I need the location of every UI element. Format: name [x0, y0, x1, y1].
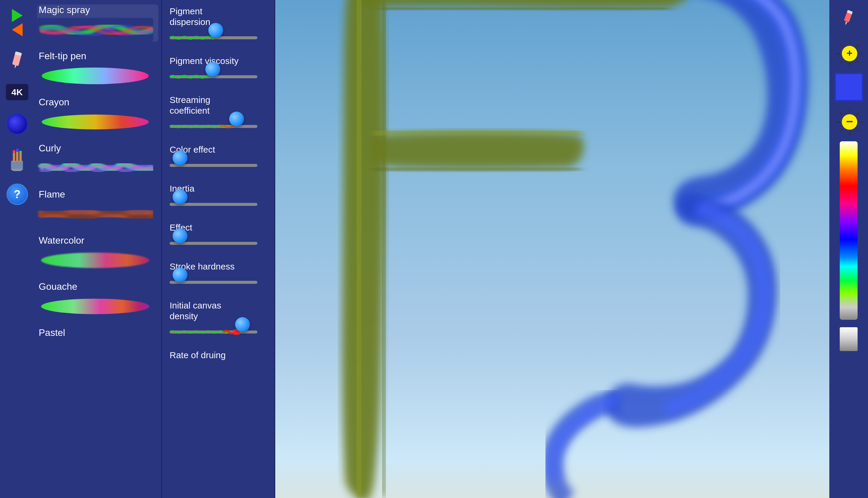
- brush-item-watercolor[interactable]: Watercolor: [37, 235, 158, 272]
- slider-thumb-initial-canvas-density[interactable]: [235, 317, 250, 332]
- brush-name-flame: Flame: [37, 189, 158, 200]
- canvas-area[interactable]: [275, 0, 829, 498]
- svg-rect-8: [13, 150, 15, 153]
- svg-rect-5: [13, 152, 15, 162]
- setting-color-effect: Color effect: [170, 144, 267, 173]
- brush-preview-gouache: [37, 294, 153, 318]
- brush-item-magic-spray[interactable]: Magic spray: [37, 4, 158, 42]
- brush-name-felt-tip-pen: Felt-tip pen: [37, 51, 158, 62]
- settings-panel: Pigment dispersion Pigment viscosity Str…: [162, 0, 275, 498]
- svg-rect-9: [16, 149, 18, 152]
- color-picker-strip[interactable]: [840, 141, 858, 320]
- svg-line-34: [856, 44, 859, 47]
- brush-item-curly[interactable]: Curly: [37, 143, 158, 180]
- k4-button[interactable]: 4K: [6, 84, 28, 100]
- brush-name-watercolor: Watercolor: [37, 235, 158, 246]
- brightness-minus-button[interactable]: −: [835, 107, 863, 135]
- slider-thumb-effect[interactable]: [172, 228, 187, 243]
- brush-item-crayon[interactable]: Crayon: [37, 97, 158, 134]
- brush-preview-magic-spray: [37, 18, 153, 42]
- svg-rect-4: [11, 161, 23, 169]
- brush-preview-curly: [37, 156, 153, 180]
- svg-point-11: [42, 67, 149, 84]
- slider-thumb-pigment-viscosity[interactable]: [205, 62, 220, 77]
- setting-effect: Effect: [170, 222, 267, 251]
- svg-rect-6: [16, 150, 18, 161]
- brush-preview-flame: [37, 202, 153, 226]
- right-toolbar: + −: [829, 0, 868, 498]
- brush-item-felt-tip-pen[interactable]: Felt-tip pen: [37, 51, 158, 88]
- svg-line-45: [840, 129, 843, 131]
- setting-pigment-dispersion: Pigment dispersion: [170, 6, 267, 45]
- right-pencil-button[interactable]: [837, 6, 860, 30]
- setting-streaming-coefficient: Streaming coefficient: [170, 95, 267, 134]
- left-toolbar: 4K ?: [0, 0, 34, 498]
- svg-point-12: [42, 115, 149, 129]
- brush-name-crayon: Crayon: [37, 97, 158, 108]
- setting-label-initial-canvas-density: Initial canvas density: [170, 300, 267, 322]
- brush-item-flame[interactable]: Flame: [37, 189, 158, 226]
- svg-line-43: [856, 129, 859, 131]
- forward-arrow-icon[interactable]: [12, 9, 23, 22]
- brush-preview-felt-tip-pen: [37, 64, 153, 88]
- back-arrow-icon[interactable]: [12, 23, 23, 36]
- circle-tool-button[interactable]: [5, 112, 29, 136]
- svg-line-44: [856, 113, 859, 115]
- svg-line-32: [840, 44, 843, 47]
- setting-pigment-viscosity: Pigment viscosity: [170, 56, 267, 84]
- pencil-tool-button[interactable]: [5, 48, 29, 72]
- brush-name-pastel: Pastel: [37, 327, 158, 338]
- setting-initial-canvas-density: Initial canvas density: [170, 300, 267, 339]
- brush-name-magic-spray: Magic spray: [37, 4, 158, 15]
- help-button[interactable]: ?: [7, 184, 28, 205]
- slider-thumb-pigment-dispersion[interactable]: [208, 23, 223, 38]
- circle-tool-icon: [7, 114, 28, 134]
- svg-marker-1: [14, 65, 16, 69]
- svg-point-13: [41, 252, 150, 268]
- navigation-arrows[interactable]: [12, 9, 23, 36]
- brush-preview-watercolor: [37, 248, 153, 272]
- brush-preview-crayon: [37, 110, 153, 134]
- svg-line-42: [840, 113, 843, 115]
- grey-color-swatch[interactable]: [840, 327, 858, 351]
- brush-panel: Magic spray Felt-tip pen: [34, 0, 162, 498]
- svg-line-33: [856, 61, 859, 63]
- brush-item-pastel[interactable]: Pastel: [37, 327, 158, 338]
- setting-inertia: Inertia: [170, 183, 267, 212]
- setting-label-streaming: Streaming coefficient: [170, 95, 267, 116]
- slider-thumb-stroke-hardness[interactable]: [172, 267, 187, 282]
- svg-text:−: −: [846, 115, 853, 128]
- brush-item-gouache[interactable]: Gouache: [37, 281, 158, 318]
- svg-line-35: [840, 61, 843, 63]
- svg-rect-10: [20, 151, 22, 154]
- setting-stroke-hardness: Stroke hardness: [170, 261, 267, 290]
- setting-label-rate-of-drying: Rate of druing: [170, 350, 267, 361]
- brushes-tool-button[interactable]: [5, 148, 29, 172]
- slider-thumb-streaming[interactable]: [229, 112, 244, 127]
- svg-marker-26: [844, 22, 847, 25]
- brush-name-gouache: Gouache: [37, 281, 158, 292]
- brush-name-curly: Curly: [37, 143, 158, 154]
- brightness-plus-button[interactable]: +: [835, 39, 863, 67]
- setting-rate-of-drying: Rate of druing: [170, 350, 267, 361]
- svg-point-14: [41, 299, 150, 314]
- slider-thumb-color-effect[interactable]: [172, 150, 187, 166]
- svg-text:+: +: [846, 47, 853, 58]
- current-color-swatch[interactable]: [835, 73, 863, 101]
- slider-thumb-inertia[interactable]: [172, 189, 187, 205]
